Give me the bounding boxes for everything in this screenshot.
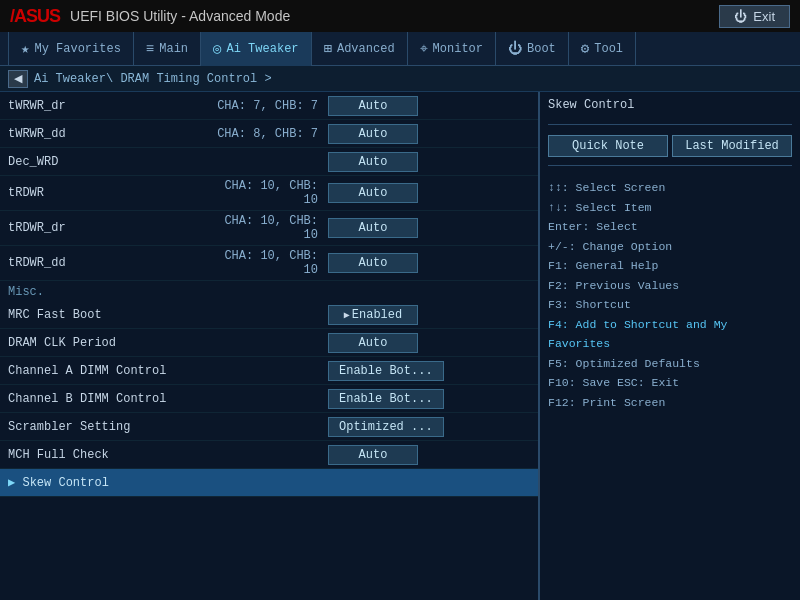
dram-clk-control[interactable]: Auto <box>328 333 418 353</box>
exit-icon: ⏻ <box>734 9 747 24</box>
help-f4: F4: Add to Shortcut and My Favorites <box>548 315 792 354</box>
help-section: ↕↕: Select Screen ↑↓: Select Item Enter:… <box>548 178 792 413</box>
channel-b-control[interactable]: Enable Bot... <box>328 389 444 409</box>
quick-note-area: Quick Note Last Modified <box>548 135 792 157</box>
mch-full-check-control[interactable]: Auto <box>328 445 418 465</box>
nav-boot[interactable]: ⏻ Boot <box>496 32 569 66</box>
left-panel: tWRWR_dr CHA: 7, CHB: 7 Auto tWRWR_dd CH… <box>0 92 540 600</box>
divider <box>548 124 792 125</box>
setting-dram-clk[interactable]: DRAM CLK Period Auto <box>0 329 538 357</box>
cursor-icon: ▶ <box>8 476 22 490</box>
mrc-fast-boot-control[interactable]: ▶Enabled <box>328 305 418 325</box>
nav-advanced[interactable]: ⊞ Advanced <box>312 32 408 66</box>
twrwr-dr-control[interactable]: Auto <box>328 96 418 116</box>
help-change-option: +/-: Change Option <box>548 237 792 257</box>
trdwr-dr-control[interactable]: Auto <box>328 218 418 238</box>
tool-icon: ⚙ <box>581 40 589 57</box>
ai-tweaker-icon: ◎ <box>213 40 221 57</box>
setting-trdwr-dd[interactable]: tRDWR_dd CHA: 10, CHB: 10 Auto <box>0 246 538 281</box>
advanced-icon: ⊞ <box>324 40 332 57</box>
boot-icon: ⏻ <box>508 41 522 57</box>
help-f10: F10: Save ESC: Exit <box>548 373 792 393</box>
setting-skew-control[interactable]: ▶ Skew Control <box>0 469 538 497</box>
help-f2: F2: Previous Values <box>548 276 792 296</box>
setting-scrambler[interactable]: Scrambler Setting Optimized ... <box>0 413 538 441</box>
main-area: tWRWR_dr CHA: 7, CHB: 7 Auto tWRWR_dd CH… <box>0 92 800 600</box>
breadcrumb-bar: ◀ Ai Tweaker\ DRAM Timing Control > <box>0 66 800 92</box>
setting-trdwr-dr[interactable]: tRDWR_dr CHA: 10, CHB: 10 Auto <box>0 211 538 246</box>
top-bar: /ASUS UEFI BIOS Utility - Advanced Mode … <box>0 0 800 32</box>
nav-monitor[interactable]: ⌖ Monitor <box>408 32 496 66</box>
setting-channel-a[interactable]: Channel A DIMM Control Enable Bot... <box>0 357 538 385</box>
misc-section-label: Misc. <box>0 281 538 301</box>
trdwr-control[interactable]: Auto <box>328 183 418 203</box>
scrambler-control[interactable]: Optimized ... <box>328 417 444 437</box>
help-select-item: ↑↓: Select Item <box>548 198 792 218</box>
setting-mch-full-check[interactable]: MCH Full Check Auto <box>0 441 538 469</box>
setting-twrwr-dr[interactable]: tWRWR_dr CHA: 7, CHB: 7 Auto <box>0 92 538 120</box>
channel-a-control[interactable]: Enable Bot... <box>328 361 444 381</box>
last-modified-button[interactable]: Last Modified <box>672 135 792 157</box>
nav-bar: ★ My Favorites ≡ Main ◎ Ai Tweaker ⊞ Adv… <box>0 32 800 66</box>
help-f5: F5: Optimized Defaults <box>548 354 792 374</box>
right-panel-title: Skew Control <box>548 98 792 112</box>
setting-mrc-fast-boot[interactable]: MRC Fast Boot ▶Enabled <box>0 301 538 329</box>
monitor-icon: ⌖ <box>420 41 428 57</box>
title-text: UEFI BIOS Utility - Advanced Mode <box>70 8 290 24</box>
nav-ai-tweaker[interactable]: ◎ Ai Tweaker <box>201 32 311 66</box>
asus-logo: /ASUS <box>10 6 60 27</box>
favorites-icon: ★ <box>21 40 29 57</box>
right-panel: Skew Control Quick Note Last Modified ↕↕… <box>540 92 800 600</box>
quick-note-button[interactable]: Quick Note <box>548 135 668 157</box>
back-button[interactable]: ◀ <box>8 70 28 88</box>
exit-button[interactable]: ⏻ Exit <box>719 5 790 28</box>
help-f3: F3: Shortcut <box>548 295 792 315</box>
help-select-screen: ↕↕: Select Screen <box>548 178 792 198</box>
nav-main[interactable]: ≡ Main <box>134 32 201 66</box>
dec-wrd-control[interactable]: Auto <box>328 152 418 172</box>
nav-my-favorites[interactable]: ★ My Favorites <box>8 32 134 66</box>
breadcrumb: Ai Tweaker\ DRAM Timing Control > <box>34 72 272 86</box>
setting-trdwr[interactable]: tRDWR CHA: 10, CHB: 10 Auto <box>0 176 538 211</box>
nav-tool[interactable]: ⚙ Tool <box>569 32 636 66</box>
main-icon: ≡ <box>146 41 154 57</box>
help-enter: Enter: Select <box>548 217 792 237</box>
divider-2 <box>548 165 792 166</box>
help-f1: F1: General Help <box>548 256 792 276</box>
setting-twrwr-dd[interactable]: tWRWR_dd CHA: 8, CHB: 7 Auto <box>0 120 538 148</box>
help-f12: F12: Print Screen <box>548 393 792 413</box>
setting-channel-b[interactable]: Channel B DIMM Control Enable Bot... <box>0 385 538 413</box>
trdwr-dd-control[interactable]: Auto <box>328 253 418 273</box>
setting-dec-wrd[interactable]: Dec_WRD Auto <box>0 148 538 176</box>
twrwr-dd-control[interactable]: Auto <box>328 124 418 144</box>
